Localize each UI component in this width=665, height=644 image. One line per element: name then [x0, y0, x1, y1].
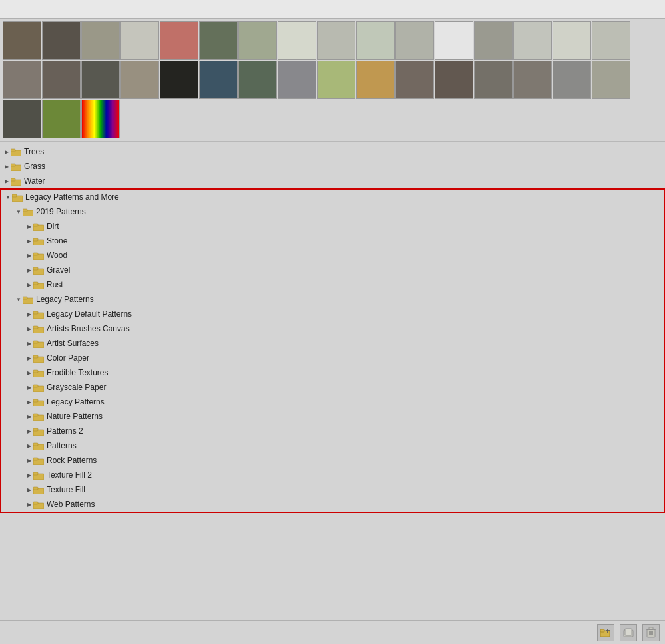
svg-rect-21 — [23, 297, 27, 299]
thumbnail[interactable] — [81, 100, 120, 138]
thumbnail[interactable] — [592, 61, 630, 99]
svg-rect-13 — [33, 238, 38, 241]
patterns-panel: ▶ Trees ▶ Grass ▶ — [0, 0, 665, 644]
folder-icon — [33, 397, 44, 406]
tree-item-texture-fill-2[interactable]: ▶ Texture Fill 2 — [1, 468, 664, 482]
tree-item-artists-brushes-canvas[interactable]: ▶ Artists Brushes Canvas — [1, 321, 664, 336]
thumbnail[interactable] — [553, 61, 591, 99]
tree-item-legacy-patterns-and-more[interactable]: ▼ Legacy Patterns and More — [1, 190, 664, 204]
thumbnail[interactable] — [474, 21, 513, 60]
chevron-icon: ▼ — [4, 193, 12, 201]
thumbnail[interactable] — [120, 21, 159, 60]
thumbnail[interactable] — [395, 21, 434, 60]
thumbnail[interactable] — [278, 61, 316, 99]
thumbnail[interactable] — [81, 61, 120, 99]
delete-button[interactable] — [642, 624, 660, 641]
thumbnail[interactable] — [199, 61, 238, 99]
tree-label-trees: Trees — [24, 147, 44, 156]
folder-icon — [23, 207, 33, 216]
tree-item-rust[interactable]: ▶ Rust — [1, 277, 664, 292]
folder-icon — [33, 222, 44, 231]
thumbnail[interactable] — [435, 61, 473, 99]
folder-icon — [33, 368, 44, 377]
tree-item-grass[interactable]: ▶ Grass — [0, 159, 665, 174]
tree-label-texture-fill-2: Texture Fill 2 — [47, 470, 92, 480]
tree-item-patterns-2[interactable]: ▶ Patterns 2 — [1, 424, 664, 438]
thumbnail[interactable] — [317, 61, 355, 99]
svg-rect-39 — [33, 428, 38, 431]
tree-item-water[interactable]: ▶ Water — [0, 174, 665, 188]
svg-rect-27 — [33, 341, 38, 343]
svg-rect-23 — [33, 311, 38, 314]
svg-rect-15 — [33, 253, 38, 255]
tree-item-grayscale-paper[interactable]: ▶ Grayscale Paper — [1, 380, 664, 395]
tree-label-2019-patterns: 2019 Patterns — [36, 207, 86, 216]
thumbnail[interactable] — [160, 21, 198, 60]
thumbnail[interactable] — [42, 61, 81, 99]
thumbnail[interactable] — [42, 21, 81, 60]
tree-label-rock-patterns: Rock Patterns — [47, 456, 97, 465]
svg-rect-9 — [23, 209, 27, 212]
tree-item-patterns[interactable]: ▶ Patterns — [1, 438, 664, 453]
thumbnail[interactable] — [199, 21, 238, 60]
thumbnail[interactable] — [238, 61, 277, 99]
thumbnail[interactable] — [356, 21, 395, 60]
tree-label-legacy-patterns-leaf: Legacy Patterns — [47, 397, 105, 406]
chevron-icon: ▶ — [25, 222, 33, 230]
chevron-icon: ▶ — [3, 148, 11, 156]
thumbnail[interactable] — [435, 21, 473, 60]
thumbnail[interactable] — [513, 21, 552, 60]
folder-icon — [11, 162, 21, 171]
svg-rect-55 — [625, 629, 632, 635]
thumbnail[interactable] — [42, 100, 81, 138]
thumbnail[interactable] — [356, 61, 395, 99]
new-group-button[interactable] — [620, 624, 637, 641]
thumbnail[interactable] — [160, 61, 198, 99]
thumbnail[interactable] — [238, 21, 277, 60]
tree-item-artist-surfaces[interactable]: ▶ Artist Surfaces — [1, 336, 664, 351]
thumbnail[interactable] — [513, 61, 552, 99]
folder-icon — [33, 441, 44, 450]
tree-area[interactable]: ▶ Trees ▶ Grass ▶ — [0, 142, 665, 620]
chevron-icon: ▶ — [25, 486, 33, 494]
tree-item-dirt[interactable]: ▶ Dirt — [1, 219, 664, 234]
svg-rect-35 — [33, 399, 38, 402]
tree-item-erodible-textures[interactable]: ▶ Erodible Textures — [1, 365, 664, 380]
tree-label-grayscale-paper: Grayscale Paper — [47, 383, 106, 392]
tree-label-artists-brushes-canvas: Artists Brushes Canvas — [47, 324, 130, 333]
tree-item-web-patterns[interactable]: ▶ Web Patterns — [1, 497, 664, 512]
chevron-icon: ▶ — [25, 281, 33, 289]
tree-item-stone[interactable]: ▶ Stone — [1, 234, 664, 248]
tree-item-nature-patterns[interactable]: ▶ Nature Patterns — [1, 409, 664, 424]
tree-label-patterns: Patterns — [47, 441, 77, 450]
tree-item-2019-patterns[interactable]: ▼ 2019 Patterns — [1, 204, 664, 219]
thumbnail[interactable] — [553, 21, 591, 60]
thumbnail[interactable] — [317, 21, 355, 60]
tree-label-stone: Stone — [47, 236, 67, 245]
tree-item-trees[interactable]: ▶ Trees — [0, 144, 665, 159]
tree-label-legacy-default-patterns: Legacy Default Patterns — [47, 309, 132, 319]
chevron-icon: ▶ — [25, 456, 33, 464]
svg-rect-33 — [33, 385, 38, 387]
new-folder-button[interactable] — [597, 624, 614, 641]
tree-item-gravel[interactable]: ▶ Gravel — [1, 263, 664, 277]
thumbnail[interactable] — [474, 61, 513, 99]
tree-item-legacy-patterns-leaf[interactable]: ▶ Legacy Patterns — [1, 395, 664, 409]
thumbnail[interactable] — [3, 21, 41, 60]
thumbnail[interactable] — [592, 21, 630, 60]
thumbnail[interactable] — [81, 21, 120, 60]
thumbnail[interactable] — [120, 61, 159, 99]
tree-item-rock-patterns[interactable]: ▶ Rock Patterns — [1, 453, 664, 468]
tree-label-wood: Wood — [47, 251, 67, 260]
tree-item-legacy-patterns-sub[interactable]: ▼ Legacy Patterns — [1, 292, 664, 307]
tree-item-wood[interactable]: ▶ Wood — [1, 248, 664, 263]
thumbnail[interactable] — [3, 100, 41, 138]
tree-item-texture-fill[interactable]: ▶ Texture Fill — [1, 482, 664, 497]
thumbnail[interactable] — [3, 61, 41, 99]
tree-item-legacy-default-patterns[interactable]: ▶ Legacy Default Patterns — [1, 307, 664, 321]
thumbnail[interactable] — [395, 61, 434, 99]
thumbnail[interactable] — [278, 21, 316, 60]
folder-icon — [33, 426, 44, 436]
chevron-icon: ▶ — [25, 310, 33, 318]
tree-item-color-paper[interactable]: ▶ Color Paper — [1, 351, 664, 365]
